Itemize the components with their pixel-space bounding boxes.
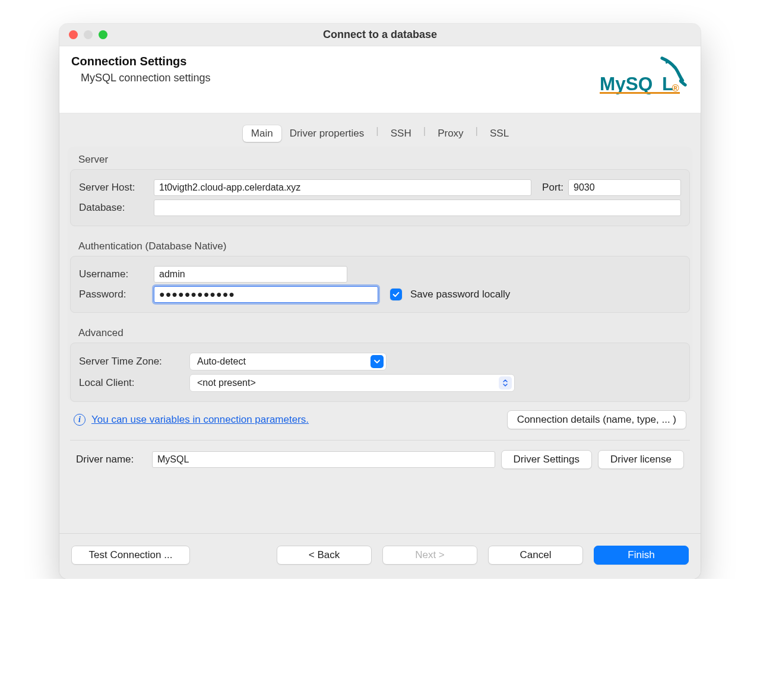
save-password-label: Save password locally xyxy=(410,289,510,300)
info-icon: i xyxy=(74,414,86,426)
tab-main[interactable]: Main xyxy=(243,125,281,142)
server-section-label: Server xyxy=(68,147,692,169)
local-client-label: Local Client: xyxy=(79,377,185,389)
driver-settings-button[interactable]: Driver Settings xyxy=(501,450,592,469)
timezone-value: Auto-detect xyxy=(197,356,246,367)
database-label: Database: xyxy=(79,202,149,214)
titlebar: Connect to a database xyxy=(59,24,701,46)
back-button[interactable]: < Back xyxy=(277,546,372,565)
port-label: Port: xyxy=(542,182,563,194)
header: Connection Settings MySQL connection set… xyxy=(59,46,701,113)
database-input[interactable] xyxy=(154,199,681,216)
tab-driver[interactable]: Driver properties xyxy=(281,125,373,142)
local-client-value: <not present> xyxy=(197,378,256,388)
password-label: Password: xyxy=(79,289,149,300)
window-controls xyxy=(69,30,107,39)
cancel-button[interactable]: Cancel xyxy=(488,546,583,565)
body: Main Driver properties | SSH | Proxy | S… xyxy=(59,113,701,533)
connection-details-button[interactable]: Connection details (name, type, ... ) xyxy=(507,410,686,429)
mysql-logo: MySQ L ® xyxy=(600,55,689,102)
port-input[interactable] xyxy=(568,179,681,196)
server-panel: Server Server Host: Port: Database: Auth… xyxy=(68,147,692,402)
timezone-select[interactable]: Auto-detect xyxy=(189,353,387,370)
svg-text:MySQ: MySQ xyxy=(600,73,653,94)
checkmark-icon xyxy=(392,290,400,299)
svg-rect-4 xyxy=(600,92,680,94)
password-input[interactable] xyxy=(154,286,378,303)
local-client-select[interactable]: <not present> xyxy=(189,374,515,392)
driver-license-button[interactable]: Driver license xyxy=(598,450,684,469)
next-button[interactable]: Next > xyxy=(382,546,477,565)
host-label: Server Host: xyxy=(79,182,149,194)
finish-button[interactable]: Finish xyxy=(594,546,689,565)
zoom-icon[interactable] xyxy=(99,30,107,39)
updown-icon xyxy=(499,376,512,389)
tabbar: Main Driver properties | SSH | Proxy | S… xyxy=(68,122,692,147)
username-label: Username: xyxy=(79,268,149,280)
username-input[interactable] xyxy=(154,266,347,283)
tab-ssl[interactable]: SSL xyxy=(482,125,517,142)
minimize-icon[interactable] xyxy=(84,30,93,39)
page-title: Connection Settings xyxy=(71,55,210,68)
driver-name-label: Driver name: xyxy=(76,454,146,465)
tab-separator: | xyxy=(372,125,382,142)
svg-text:®: ® xyxy=(672,83,679,93)
svg-point-0 xyxy=(666,62,667,64)
driver-name-input[interactable] xyxy=(152,451,495,468)
variables-hint-link[interactable]: You can use variables in connection para… xyxy=(91,414,309,426)
host-input[interactable] xyxy=(154,179,531,196)
tab-separator: | xyxy=(472,125,482,142)
chevron-down-icon xyxy=(370,355,384,368)
window-title: Connect to a database xyxy=(59,28,701,41)
test-connection-button[interactable]: Test Connection ... xyxy=(71,546,190,565)
tab-separator: | xyxy=(420,125,429,142)
tab-proxy[interactable]: Proxy xyxy=(429,125,471,142)
dialog-window: Connect to a database Connection Setting… xyxy=(59,24,701,579)
close-icon[interactable] xyxy=(69,30,78,39)
page-subtitle: MySQL connection settings xyxy=(81,72,210,84)
timezone-label: Server Time Zone: xyxy=(79,356,185,368)
auth-section-label: Authentication (Database Native) xyxy=(68,233,692,256)
tab-ssh[interactable]: SSH xyxy=(382,125,420,142)
save-password-checkbox[interactable] xyxy=(390,289,402,300)
footer: Test Connection ... < Back Next > Cancel… xyxy=(59,533,701,579)
advanced-section-label: Advanced xyxy=(68,320,692,343)
